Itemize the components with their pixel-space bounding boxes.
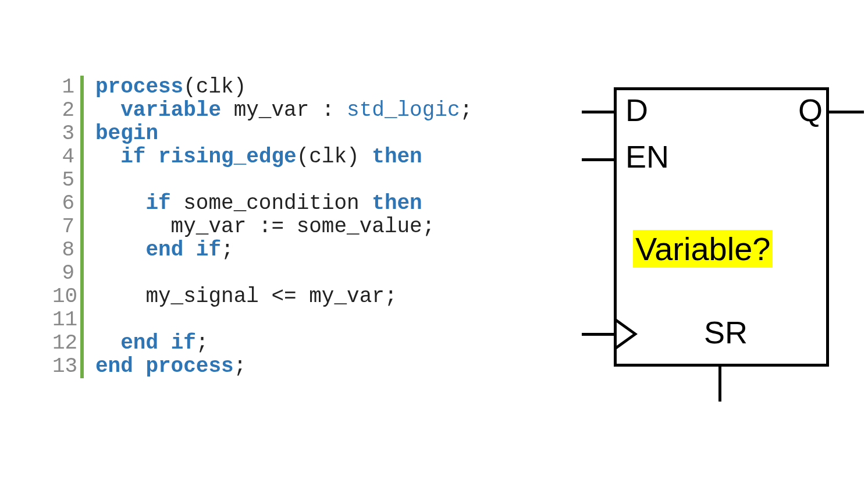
code-line: 7 my_var := some_value; (52, 215, 472, 239)
gutter-bar (80, 215, 84, 239)
line-number: 10 (52, 285, 80, 308)
code-line: 2 variable my_var : std_logic; (52, 99, 472, 122)
gutter-bar (80, 332, 84, 355)
d-port-label: D (625, 92, 648, 128)
code-text: end process; (95, 355, 246, 378)
code-text: my_var := some_value; (95, 215, 435, 239)
code-line: 12 end if; (52, 332, 472, 355)
line-number: 1 (52, 76, 80, 99)
code-block: 1process(clk)2 variable my_var : std_log… (52, 76, 472, 378)
gutter-bar (80, 122, 84, 145)
gutter-bar (80, 308, 84, 332)
d-wire (582, 111, 614, 113)
gutter-bar (80, 239, 84, 262)
code-text: if rising_edge(clk) then (95, 145, 422, 169)
en-wire (582, 158, 614, 161)
code-text: my_signal <= my_var; (95, 285, 397, 308)
q-port-label: Q (798, 92, 823, 128)
code-line: 4 if rising_edge(clk) then (52, 145, 472, 169)
q-wire (829, 111, 864, 113)
line-number: 12 (52, 332, 80, 355)
code-line: 3begin (52, 122, 472, 145)
code-text: process(clk) (95, 76, 246, 99)
line-number: 2 (52, 99, 80, 122)
line-number: 8 (52, 239, 80, 262)
gutter-bar (80, 99, 84, 122)
code-line: 10 my_signal <= my_var; (52, 285, 472, 308)
code-text: end if; (95, 239, 234, 262)
code-line: 1process(clk) (52, 76, 472, 99)
line-number: 6 (52, 192, 80, 215)
code-line: 6 if some_condition then (52, 192, 472, 215)
code-text: if some_condition then (95, 192, 422, 215)
line-number: 3 (52, 122, 80, 145)
gutter-bar (80, 169, 84, 192)
code-line: 13end process; (52, 355, 472, 378)
sr-wire (718, 367, 721, 402)
gutter-bar (80, 262, 84, 285)
code-line: 11 (52, 308, 472, 332)
line-number: 7 (52, 215, 80, 239)
en-port-label: EN (625, 139, 669, 175)
code-text: begin (95, 122, 158, 145)
code-text: end if; (95, 332, 208, 355)
sr-port-label: SR (704, 314, 748, 350)
code-line: 5 (52, 169, 472, 192)
gutter-bar (80, 355, 84, 378)
gutter-bar (80, 76, 84, 99)
clk-wire (582, 333, 614, 336)
code-text: variable my_var : std_logic; (95, 99, 472, 122)
line-number: 5 (52, 169, 80, 192)
clock-edge-icon (617, 319, 638, 349)
gutter-bar (80, 192, 84, 215)
line-number: 13 (52, 355, 80, 378)
line-number: 9 (52, 262, 80, 285)
line-number: 11 (52, 308, 80, 332)
gutter-bar (80, 285, 84, 308)
code-line: 9 (52, 262, 472, 285)
line-number: 4 (52, 145, 80, 169)
gutter-bar (80, 145, 84, 169)
code-line: 8 end if; (52, 239, 472, 262)
variable-annotation: Variable? (633, 230, 773, 268)
